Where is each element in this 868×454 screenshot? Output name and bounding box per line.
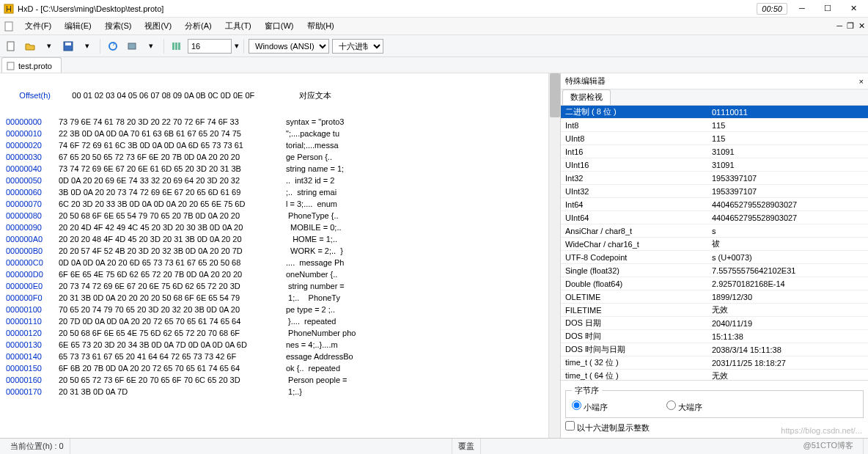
row-ascii[interactable]: nes = 4;..}....m: [286, 339, 338, 351]
row-ascii[interactable]: 1;..}: [286, 386, 302, 398]
columns-button[interactable]: [169, 38, 185, 54]
hex-row[interactable]: 0000002074 6F 72 69 61 6C 3B 0D 0A 0D 0A…: [6, 139, 554, 151]
inspector-row[interactable]: Double (float64)2.92570182168E-14: [561, 277, 868, 290]
hex-row[interactable]: 0000014065 73 73 61 67 65 20 41 64 64 72…: [6, 351, 554, 362]
mdi-restore-icon[interactable]: ❐: [847, 21, 854, 31]
row-hex[interactable]: 20 7D 0D 0A 0D 0A 20 20 72 65 70 65 61 7…: [59, 315, 286, 327]
row-hex[interactable]: 22 3B 0D 0A 0D 0A 70 61 63 6B 61 67 65 2…: [59, 128, 286, 139]
mdi-close-icon[interactable]: ✕: [858, 21, 865, 31]
row-ascii[interactable]: WORK = 2;.. }: [286, 245, 343, 257]
hex-row[interactable]: 000000A020 20 20 48 4F 4D 45 20 3D 20 31…: [6, 233, 554, 245]
inspector-row[interactable]: 二进制 ( 8 位 )01110011: [561, 106, 868, 119]
hex-row[interactable]: 000000603B 0D 0A 20 20 73 74 72 69 6E 67…: [6, 186, 554, 198]
maximize-button[interactable]: ☐: [816, 4, 839, 13]
row-hex[interactable]: 6F 6E 65 4E 75 6D 62 65 72 20 7B 0D 0A 2…: [59, 268, 286, 280]
menu-analysis[interactable]: 分析(A): [182, 19, 215, 33]
row-ascii[interactable]: syntax = "proto3: [286, 116, 344, 128]
row-hex[interactable]: 6E 65 73 20 3D 20 34 3B 0D 0A 7D 0D 0A 0…: [59, 339, 286, 351]
inspector-row[interactable]: DOS 时间与日期2038/3/14 15:11:38: [561, 343, 868, 356]
hex-row[interactable]: 0000008020 50 68 6F 6E 65 54 79 70 65 20…: [6, 210, 554, 221]
scroll-thumb[interactable]: [550, 73, 560, 117]
row-ascii[interactable]: string number =: [286, 280, 345, 292]
hex-row[interactable]: 000000500D 0A 20 20 69 6E 74 33 32 20 69…: [6, 175, 554, 186]
row-hex[interactable]: 65 73 73 61 67 65 20 41 64 64 72 65 73 7…: [59, 351, 286, 362]
dropdown-memory-icon[interactable]: ▾: [143, 38, 159, 54]
row-ascii[interactable]: oneNumber {..: [286, 268, 345, 280]
hex-editor[interactable]: Offset(h)00 01 02 03 04 05 06 07 08 09 0…: [0, 73, 560, 438]
row-ascii[interactable]: essage AddressBo: [286, 351, 353, 362]
hex-row[interactable]: 000000D06F 6E 65 4E 75 6D 62 65 72 20 7B…: [6, 268, 554, 280]
mdi-minimize-icon[interactable]: ─: [836, 21, 842, 31]
inspector-row[interactable]: UInt644404652795528903027: [561, 211, 868, 224]
dropdown-save-icon[interactable]: ▾: [79, 38, 95, 54]
hex-row[interactable]: 000000F020 31 3B 0D 0A 20 20 20 20 50 68…: [6, 292, 554, 304]
row-ascii[interactable]: ok {.. repeated: [286, 362, 340, 374]
hex-row[interactable]: 000001306E 65 73 20 3D 20 34 3B 0D 0A 7D…: [6, 339, 554, 351]
new-file-button[interactable]: [3, 38, 19, 54]
row-ascii[interactable]: pe type = 2 ;..: [286, 304, 337, 315]
inspector-row[interactable]: Int1631091: [561, 145, 868, 158]
row-hex[interactable]: 20 31 3B 0D 0A 7D: [59, 386, 286, 398]
row-hex[interactable]: 20 73 74 72 69 6E 67 20 6E 75 6D 62 65 7…: [59, 280, 286, 292]
row-ascii[interactable]: .. int32 id = 2: [286, 175, 334, 186]
inspector-row[interactable]: UInt8115: [561, 132, 868, 145]
base-select[interactable]: 十六进制: [332, 39, 383, 54]
row-ascii[interactable]: }.... repeated: [286, 315, 336, 327]
hex-row[interactable]: 0000016020 50 65 72 73 6F 6E 20 70 65 6F…: [6, 374, 554, 386]
row-hex[interactable]: 0D 0A 0D 0A 20 20 6D 65 73 73 61 67 65 2…: [59, 257, 286, 268]
open-file-button[interactable]: [22, 38, 38, 54]
hex-row[interactable]: 000000B020 20 57 4F 52 4B 20 3D 20 32 3B…: [6, 245, 554, 257]
inspector-row[interactable]: FILETIME无效: [561, 304, 868, 317]
hex-row[interactable]: 000001506F 6B 20 7B 0D 0A 20 20 72 65 70…: [6, 362, 554, 374]
row-hex[interactable]: 70 65 20 74 79 70 65 20 3D 20 32 20 3B 0…: [59, 304, 286, 315]
close-button[interactable]: ✕: [842, 4, 865, 13]
row-ascii[interactable]: string name = 1;: [286, 163, 344, 175]
row-hex[interactable]: 3B 0D 0A 20 20 73 74 72 69 6E 67 20 65 6…: [59, 186, 286, 198]
row-ascii[interactable]: ge Person {..: [286, 151, 339, 163]
hex-row[interactable]: 0000010070 65 20 74 79 70 65 20 3D 20 32…: [6, 304, 554, 315]
inspector-row[interactable]: time_t ( 64 位 )无效: [561, 370, 868, 380]
hex-row[interactable]: 0000012020 50 68 6F 6E 65 4E 75 6D 62 65…: [6, 327, 554, 339]
row-hex[interactable]: 73 79 6E 74 61 78 20 3D 20 22 70 72 6F 7…: [59, 116, 286, 128]
hex-row[interactable]: 0000004073 74 72 69 6E 67 20 6E 61 6D 65…: [6, 163, 554, 175]
hex-row[interactable]: 0000003067 65 20 50 65 72 73 6F 6E 20 7B…: [6, 151, 554, 163]
hex-integer-checkbox[interactable]: 以十六进制显示整数: [565, 423, 650, 432]
row-ascii[interactable]: HOME = 1;..: [286, 233, 342, 245]
row-hex[interactable]: 20 50 65 72 73 6F 6E 20 70 65 6F 70 6C 6…: [59, 374, 286, 386]
row-hex[interactable]: 20 20 4D 4F 42 49 4C 45 20 3D 20 30 3B 0…: [59, 221, 286, 233]
hex-scrollbar[interactable]: [548, 73, 560, 438]
hex-row[interactable]: 0000009020 20 4D 4F 42 49 4C 45 20 3D 20…: [6, 221, 554, 233]
row-ascii[interactable]: PhoneNumber pho: [286, 327, 356, 339]
inspector-tab-dataview[interactable]: 数据检视: [562, 89, 611, 105]
row-hex[interactable]: 0D 0A 20 20 69 6E 74 33 32 20 69 64 20 3…: [59, 175, 286, 186]
inspector-row[interactable]: UTF-8 Codepoints (U+0073): [561, 251, 868, 264]
row-ascii[interactable]: MOBILE = 0;..: [286, 221, 344, 233]
menu-search[interactable]: 搜索(S): [102, 19, 135, 33]
bytes-per-row-input[interactable]: [188, 39, 232, 54]
menu-view[interactable]: 视图(V): [141, 19, 174, 33]
document-tab[interactable]: test.proto: [1, 57, 62, 73]
row-ascii[interactable]: ;.. string emai: [286, 186, 336, 198]
row-hex[interactable]: 20 20 57 4F 52 4B 20 3D 20 32 3B 0D 0A 2…: [59, 245, 286, 257]
row-ascii[interactable]: ";....package tu: [286, 128, 339, 139]
dropdown-open-icon[interactable]: ▾: [41, 38, 57, 54]
inspector-row[interactable]: OLETIME1899/12/30: [561, 290, 868, 304]
radio-little-endian[interactable]: 小端序: [572, 400, 608, 413]
hex-row[interactable]: 0000001022 3B 0D 0A 0D 0A 70 61 63 6B 61…: [6, 128, 554, 139]
row-hex[interactable]: 6F 6B 20 7B 0D 0A 20 20 72 65 70 65 61 7…: [59, 362, 286, 374]
memory-button[interactable]: [124, 38, 140, 54]
hex-row[interactable]: 0000017020 31 3B 0D 0A 7D 1;..}: [6, 386, 554, 398]
hex-row[interactable]: 000000706C 20 3D 20 33 3B 0D 0A 0D 0A 20…: [6, 198, 554, 210]
dropdown-bpr-icon[interactable]: ▾: [235, 41, 239, 51]
encoding-select[interactable]: Windows (ANSI): [249, 39, 329, 54]
inspector-row[interactable]: DOS 时间15:11:38: [561, 330, 868, 343]
row-hex[interactable]: 20 50 68 6F 6E 65 54 79 70 65 20 7B 0D 0…: [59, 210, 286, 221]
row-hex[interactable]: 20 20 20 48 4F 4D 45 20 3D 20 31 3B 0D 0…: [59, 233, 286, 245]
save-button[interactable]: [60, 38, 76, 54]
inspector-row[interactable]: Int644404652795528903027: [561, 198, 868, 211]
hex-row[interactable]: 000000E020 73 74 72 69 6E 67 20 6E 75 6D…: [6, 280, 554, 292]
inspector-close-icon[interactable]: ×: [859, 77, 864, 86]
inspector-row[interactable]: UInt1631091: [561, 158, 868, 172]
row-hex[interactable]: 67 65 20 50 65 72 73 6F 6E 20 7B 0D 0A 2…: [59, 151, 286, 163]
row-ascii[interactable]: torial;....messa: [286, 139, 339, 151]
